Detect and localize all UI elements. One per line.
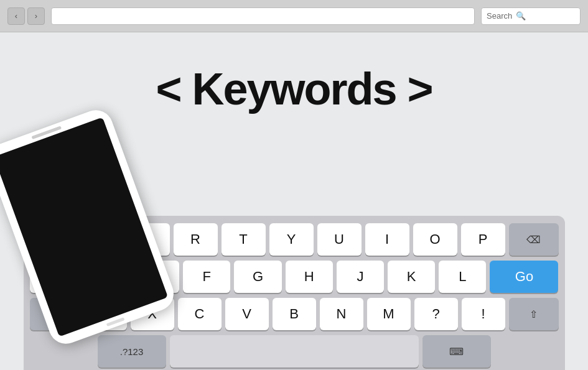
key-k[interactable]: K [388,261,435,293]
nav-buttons: ‹ › [7,7,45,25]
key-r[interactable]: R [174,223,218,256]
keyboard-dismiss-key[interactable]: ⌨ [422,335,491,368]
backspace-key[interactable]: ⌫ [509,223,559,256]
key-n[interactable]: N [320,298,363,330]
num-key[interactable]: .?123 [98,335,166,368]
key-o[interactable]: O [413,223,457,256]
search-box[interactable]: Search 🔍 [481,7,581,25]
key-v[interactable]: V [225,298,269,330]
go-key[interactable]: Go [490,261,558,293]
key-p[interactable]: P [461,223,505,256]
space-key[interactable] [170,335,419,368]
key-m[interactable]: M [367,298,411,330]
key-y[interactable]: Y [269,223,314,256]
url-bar[interactable] [51,7,475,25]
key-h[interactable]: H [286,261,333,293]
shift-key-right[interactable]: ⇧ [509,298,559,330]
key-g[interactable]: G [234,261,281,293]
key-c[interactable]: C [178,298,222,330]
key-i[interactable]: I [365,223,409,256]
back-button[interactable]: ‹ [7,7,25,25]
key-exclamation[interactable]: ! [462,298,505,330]
key-question[interactable]: ? [414,298,458,330]
key-f[interactable]: F [183,261,230,293]
search-icon: 🔍 [516,11,526,21]
keywords-heading: < Keywords > [156,63,432,114]
search-label: Search [487,11,512,21]
forward-button[interactable]: › [27,7,45,25]
key-l[interactable]: L [439,261,486,293]
key-u[interactable]: U [317,223,362,256]
keyboard-row-4: .?123 ⌨ [30,335,559,368]
key-b[interactable]: B [273,298,316,330]
key-j[interactable]: J [337,261,384,293]
key-t[interactable]: T [222,223,266,256]
browser-bar: ‹ › Search 🔍 [0,0,588,32]
main-content: < Keywords > Q W E R T Y U I O P ⌫ A S D… [0,32,588,370]
